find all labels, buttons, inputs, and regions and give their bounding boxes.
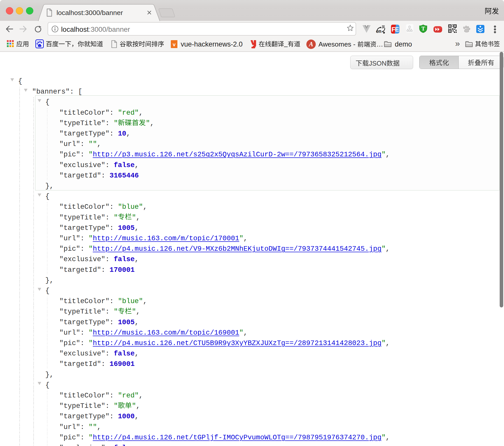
svg-text:T: T bbox=[421, 25, 425, 32]
svg-text:E: E bbox=[395, 26, 399, 33]
svg-text:v: v bbox=[173, 42, 176, 47]
svg-text:A: A bbox=[309, 41, 313, 48]
